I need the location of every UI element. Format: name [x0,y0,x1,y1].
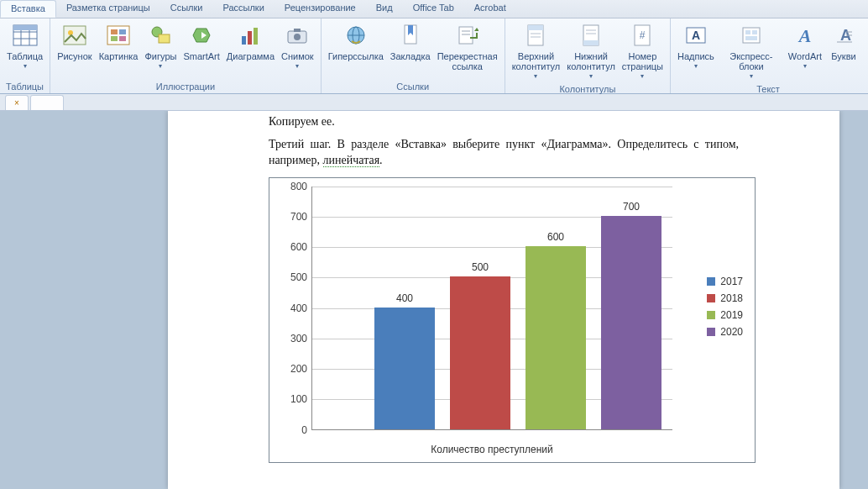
chart-plot-area: 0100200300400500600700800400500600700 [311,187,672,430]
svg-rect-18 [248,31,252,45]
table-icon [12,22,39,49]
btn-label: Таблица [7,51,43,61]
chart-bar-label: 500 [450,261,510,273]
chart-xaxis-title: Количество преступлений [311,444,672,455]
chart-ytick: 600 [284,241,312,253]
document-area[interactable]: Копируем ее. Третий шаг. В разделе «Вста… [0,111,868,489]
btn-header[interactable]: Верхний колонтитул ▾ [509,20,564,83]
tab-view[interactable]: Вид [366,0,403,18]
svg-rect-10 [119,29,126,34]
group-headerfooter: Верхний колонтитул ▾ Нижний колонтитул ▾… [505,18,671,93]
ribbon-tabs: Вставка Разметка страницы Ссылки Рассылк… [0,0,868,18]
btn-smartart[interactable]: SmartArt [180,20,222,63]
btn-wordart[interactable]: A WordArt ▾ [785,20,825,73]
legend-swatch [707,328,715,336]
chart-ytick: 200 [284,363,312,375]
svg-rect-37 [583,40,599,45]
dropcap-icon: A [830,22,857,49]
chart-ytick: 400 [284,302,312,314]
tab-acrobat[interactable]: Acrobat [464,0,516,18]
tab-references[interactable]: Ссылки [160,0,213,18]
btn-label: WordArt [788,51,822,61]
tab-insert[interactable]: Вставка [0,0,56,18]
group-illustrations: Рисунок Картинка Фигуры ▾ SmartArt Диагр… [50,18,322,93]
svg-rect-45 [745,30,750,34]
btn-label: Картинка [99,51,139,61]
chart-legend-item: 2019 [707,309,743,321]
pagenumber-icon: # [629,22,656,49]
chevron-down-icon: ▾ [750,71,753,82]
svg-rect-22 [294,29,301,32]
svg-text:A: A [692,29,700,42]
svg-rect-44 [743,28,760,43]
btn-footer[interactable]: Нижний колонтитул ▾ [563,20,619,83]
btn-label: Надпись [677,51,714,61]
svg-rect-14 [159,34,170,43]
btn-quickparts[interactable]: Экспресс-блоки ▾ [718,20,785,83]
tab-office-tab[interactable]: Office Tab [403,0,464,18]
btn-pagenumber[interactable]: # Номер страницы ▾ [619,20,667,83]
document-tab-blank[interactable] [30,95,64,110]
chart-icon [237,22,264,49]
btn-crossref[interactable]: Перекрестная ссылка [434,20,501,73]
chart-ytick: 300 [284,333,312,344]
chart-object[interactable]: 0100200300400500600700800400500600700 20… [269,177,756,463]
tab-page-layout[interactable]: Разметка страницы [56,0,160,18]
chevron-down-icon: ▾ [24,61,27,71]
quickparts-icon [738,22,765,49]
btn-bookmark[interactable]: Закладка [387,20,434,63]
svg-rect-47 [745,36,757,40]
svg-rect-28 [459,27,473,44]
btn-clipart[interactable]: Картинка [96,20,142,63]
group-tables: Таблица ▾ Таблицы [0,18,50,93]
tab-review[interactable]: Рецензирование [275,0,366,18]
svg-point-21 [294,34,301,40]
group-text: A Надпись ▾ Экспресс-блоки ▾ A WordArt ▾… [671,18,865,93]
svg-point-7 [68,30,73,35]
btn-dropcap[interactable]: A Букви [825,20,862,63]
btn-label: Номер страницы [622,51,663,71]
btn-hyperlink[interactable]: Гиперссылка [325,20,387,63]
btn-label: Нижний колонтитул [567,51,615,71]
close-icon: × [14,98,19,108]
chart-ytick: 100 [284,393,312,405]
svg-rect-19 [254,28,258,45]
svg-rect-11 [111,36,118,41]
svg-marker-31 [474,28,478,31]
btn-textbox[interactable]: A Надпись ▾ [674,20,718,73]
chevron-down-icon: ▾ [589,71,593,82]
tab-mailings[interactable]: Рассылки [212,0,274,18]
paragraph-1[interactable]: Копируем ее. [269,114,739,130]
hyperlink-icon [342,22,369,49]
chart-ytick: 0 [284,424,312,436]
svg-rect-17 [242,36,246,45]
chart-legend-item: 2020 [707,326,743,338]
btn-picture[interactable]: Рисунок [54,20,96,63]
screenshot-icon [284,22,311,49]
svg-text:A: A [797,25,812,46]
group-links: Гиперссылка Закладка Перекрестная ссылка… [322,18,505,93]
document-page[interactable]: Копируем ее. Третий шаг. В разделе «Вста… [168,111,839,489]
paragraph-2[interactable]: Третий шаг. В разделе «Вставка» выберите… [269,137,739,169]
group-title: Таблицы [3,81,46,93]
group-title: Ссылки [325,81,501,93]
shapes-icon [147,22,174,49]
svg-rect-12 [119,36,126,41]
btn-shapes[interactable]: Фигуры ▾ [141,20,180,73]
btn-label: SmartArt [183,51,219,61]
legend-swatch [707,277,715,286]
btn-table[interactable]: Таблица ▾ [3,20,46,73]
chart-legend: 2017201820192020 [707,271,743,343]
btn-chart[interactable]: Диаграмма [223,20,278,63]
svg-rect-8 [107,26,129,45]
bookmark-icon [397,22,424,49]
btn-screenshot[interactable]: Снимок ▾ [278,20,317,73]
chevron-down-icon: ▾ [694,61,698,71]
group-title: Колонтитулы [509,83,667,96]
legend-swatch [707,294,715,302]
document-tab-close[interactable]: × [5,95,29,110]
chart-bar-label: 400 [374,292,435,304]
btn-label: Букви [831,51,855,61]
ribbon: Таблица ▾ Таблицы Рисунок Картинка Фигур… [0,18,868,94]
chart-ytick: 700 [284,211,312,223]
